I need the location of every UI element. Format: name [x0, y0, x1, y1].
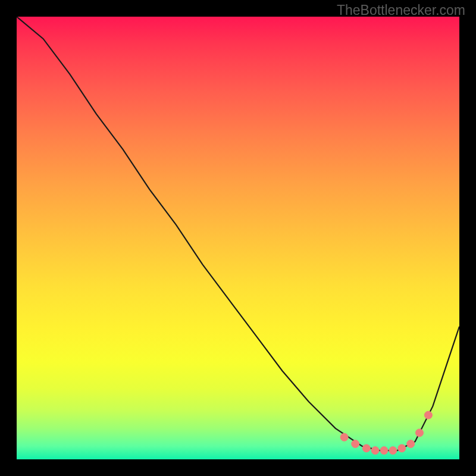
watermark: TheBottlenecker.com	[337, 2, 465, 18]
curve-path	[17, 17, 459, 450]
curve-markers	[340, 411, 432, 455]
curve-marker	[362, 444, 370, 452]
curve-marker	[416, 429, 424, 437]
bottleneck-curve	[17, 17, 459, 459]
curve-marker	[371, 447, 379, 455]
curve-marker	[407, 440, 415, 448]
curve-marker	[398, 444, 406, 452]
curve-marker	[340, 433, 348, 441]
curve-marker	[389, 447, 397, 455]
curve-marker	[352, 440, 359, 448]
curve-marker	[424, 411, 432, 419]
chart-plot-area	[17, 17, 459, 459]
curve-marker	[380, 447, 388, 455]
